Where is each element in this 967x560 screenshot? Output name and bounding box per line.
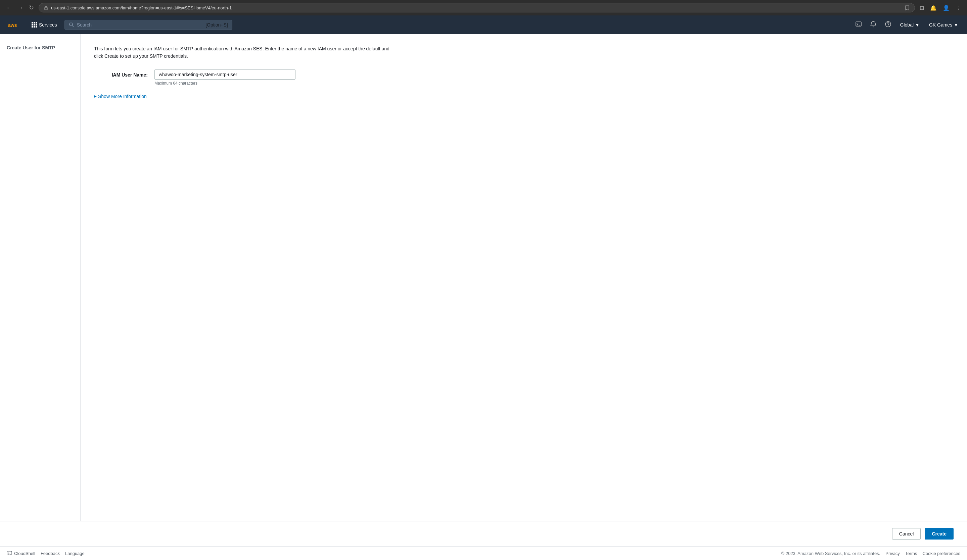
iam-user-name-label: IAM User Name: [94, 69, 148, 77]
bookmark-icon[interactable] [904, 5, 910, 10]
cloudshell-icon-button[interactable] [853, 19, 865, 31]
region-label: Global [900, 22, 914, 28]
cloudshell-icon [7, 550, 12, 556]
copyright-text: © 2023, Amazon Web Services, Inc. or its… [781, 551, 880, 556]
grid-icon [31, 22, 37, 28]
language-link[interactable]: Language [65, 551, 84, 556]
show-more-arrow: ▶ [94, 94, 97, 98]
region-button[interactable]: Global ▼ [897, 20, 923, 30]
iam-user-name-hint: Maximum 64 characters [154, 81, 295, 86]
back-button[interactable]: ← [4, 3, 14, 13]
region-dropdown-arrow: ▼ [915, 22, 920, 28]
aws-logo[interactable]: aws [5, 18, 24, 31]
search-input[interactable] [77, 22, 203, 28]
footer-right: © 2023, Amazon Web Services, Inc. or its… [781, 551, 960, 556]
aws-nav: aws Services [Option+S] [0, 15, 967, 34]
aws-logo-icon: aws [8, 21, 21, 29]
help-button[interactable] [882, 19, 894, 31]
account-button[interactable]: GK Games ▼ [926, 20, 962, 30]
forward-button[interactable]: → [15, 3, 25, 13]
profile-button[interactable]: 👤 [941, 3, 952, 12]
help-icon [885, 21, 891, 28]
svg-point-5 [888, 25, 888, 26]
extensions-button[interactable]: ⊞ [917, 3, 926, 12]
privacy-link[interactable]: Privacy [885, 551, 900, 556]
account-dropdown-arrow: ▼ [954, 22, 958, 28]
content-area: This form lets you create an IAM user fo… [81, 34, 967, 521]
services-label: Services [39, 22, 57, 28]
lock-icon [44, 5, 48, 10]
nav-right: Global ▼ GK Games ▼ [853, 19, 962, 31]
main-layout: Create User for SMTP This form lets you … [0, 34, 967, 521]
search-shortcut: [Option+S] [206, 22, 228, 28]
notifications-button[interactable]: 🔔 [928, 3, 939, 12]
terminal-icon [855, 21, 862, 28]
address-bar[interactable] [39, 3, 915, 12]
search-icon [69, 22, 74, 28]
svg-point-2 [69, 23, 73, 26]
bell-icon [870, 21, 877, 28]
create-button[interactable]: Create [925, 528, 954, 540]
cloudshell-label: CloudShell [14, 551, 35, 556]
cancel-button[interactable]: Cancel [892, 528, 921, 540]
show-more-label: Show More Information [98, 94, 147, 99]
iam-user-name-input[interactable] [154, 69, 295, 79]
page-description: This form lets you create an IAM user fo… [94, 45, 396, 60]
cookie-link[interactable]: Cookie preferences [922, 551, 960, 556]
sidebar-title: Create User for SMTP [0, 41, 80, 54]
show-more-button[interactable]: ▶ Show More Information [94, 94, 954, 99]
search-bar[interactable]: [Option+S] [64, 20, 233, 30]
svg-rect-6 [7, 551, 12, 555]
sidebar: Create User for SMTP [0, 34, 81, 521]
cloudshell-button[interactable]: CloudShell [7, 550, 35, 556]
action-bar: Cancel Create [0, 521, 967, 546]
footer-left: CloudShell Feedback Language [7, 550, 84, 556]
iam-user-form-row: IAM User Name: Maximum 64 characters [94, 69, 954, 86]
services-button[interactable]: Services [28, 20, 61, 30]
refresh-button[interactable]: ↻ [27, 3, 36, 13]
url-input[interactable] [51, 5, 902, 10]
notifications-button[interactable] [867, 19, 880, 31]
menu-button[interactable]: ⋮ [954, 3, 963, 12]
page-footer: CloudShell Feedback Language © 2023, Ama… [0, 546, 967, 560]
svg-rect-0 [45, 7, 47, 10]
terms-link[interactable]: Terms [905, 551, 917, 556]
account-label: GK Games [929, 22, 952, 28]
browser-nav-buttons: ← → ↻ [4, 3, 36, 13]
browser-chrome: ← → ↻ ⊞ 🔔 👤 ⋮ [0, 0, 967, 15]
svg-point-4 [885, 21, 891, 27]
feedback-link[interactable]: Feedback [41, 551, 60, 556]
svg-text:aws: aws [8, 23, 17, 28]
iam-user-name-field-wrapper: Maximum 64 characters [154, 69, 295, 86]
browser-toolbar-right: ⊞ 🔔 👤 ⋮ [917, 3, 963, 12]
